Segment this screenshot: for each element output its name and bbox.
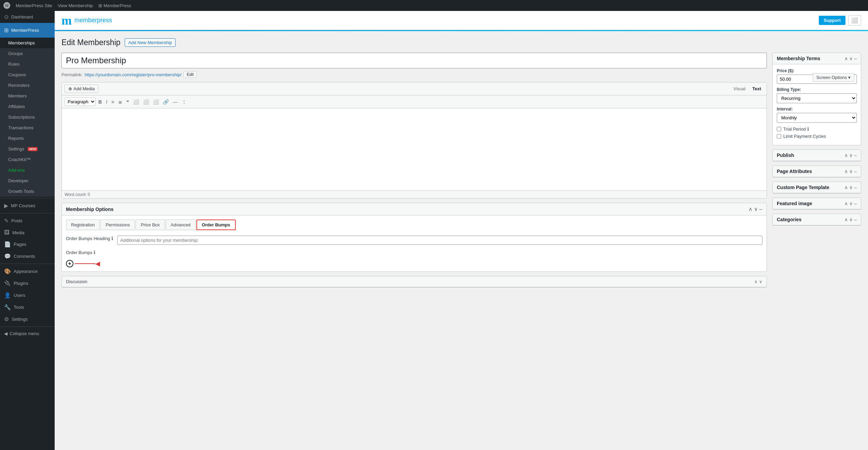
tab-permissions[interactable]: Permissions: [100, 220, 135, 230]
membership-terms-header[interactable]: Membership Terms ∧ ∨ –: [773, 53, 861, 64]
sidebar-item-groups[interactable]: Groups: [0, 48, 55, 59]
sidebar-item-appearance[interactable]: 🎨 Appearance: [0, 265, 55, 277]
sidebar-item-members[interactable]: Members: [0, 91, 55, 101]
sidebar-item-comments[interactable]: 💬 Comments: [0, 250, 55, 262]
tab-orderbumps[interactable]: Order Bumps: [196, 220, 236, 230]
categories-header[interactable]: Categories ∧ ∨ –: [773, 214, 861, 225]
sidebar-item-transactions[interactable]: Transactions: [0, 122, 55, 133]
heading-info-icon[interactable]: ℹ: [111, 236, 113, 241]
layout-icon-button[interactable]: ⬜: [848, 15, 861, 26]
trial-period-label[interactable]: Trial Period ℹ: [783, 126, 809, 132]
paragraph-select[interactable]: Paragraph: [65, 97, 96, 106]
tab-advanced[interactable]: Advanced: [166, 220, 196, 230]
limit-payment-cycles-checkbox[interactable]: [777, 134, 781, 138]
more-button[interactable]: ⋮: [180, 98, 188, 106]
interval-select[interactable]: Monthly Weekly Yearly Daily: [777, 113, 857, 123]
sidebar-item-subscriptions[interactable]: Subscriptions: [0, 112, 55, 122]
sidebar-item-posts[interactable]: ✎ Posts: [0, 215, 55, 227]
categories-minimize[interactable]: –: [854, 217, 857, 222]
text-tab[interactable]: Text: [749, 85, 764, 92]
terms-expand-down[interactable]: ∨: [849, 56, 853, 61]
sidebar-item-coachkit[interactable]: CoachKit™: [0, 154, 55, 165]
custom-template-expand-down[interactable]: ∨: [849, 185, 853, 190]
bold-button[interactable]: B: [97, 98, 103, 106]
sidebar-item-reports[interactable]: Reports: [0, 133, 55, 144]
sidebar-item-wp-settings[interactable]: ⚙ Settings: [0, 313, 55, 325]
align-center-button[interactable]: ⬜: [142, 98, 150, 106]
featured-image-header[interactable]: Featured image ∧ ∨ –: [773, 198, 861, 209]
membership-options-header[interactable]: Membership Options ∧ ∨ –: [62, 203, 767, 215]
collapse-menu-button[interactable]: ◀ Collapse menu: [0, 328, 55, 339]
featured-img-expand-up[interactable]: ∧: [844, 201, 848, 206]
billing-type-select[interactable]: Recurring One-Time Payment Free: [777, 93, 857, 103]
minimize-icon[interactable]: –: [759, 206, 762, 212]
blockquote-button[interactable]: ❝: [125, 98, 130, 106]
limit-payment-cycles-label[interactable]: Limit Payment Cycles: [783, 134, 826, 139]
sidebar-item-dashboard[interactable]: ⊙ Dashboard: [0, 11, 55, 23]
publish-expand-down[interactable]: ∨: [849, 153, 853, 158]
add-media-button[interactable]: ⊕ Add Media: [65, 84, 98, 93]
admin-bar-view-membership[interactable]: View Membership: [58, 3, 93, 8]
link-button[interactable]: 🔗: [162, 98, 170, 106]
trial-period-info-icon[interactable]: ℹ: [807, 126, 809, 132]
sidebar-item-memberships[interactable]: Memberships: [0, 38, 55, 48]
featured-img-minimize[interactable]: –: [854, 201, 857, 206]
bumps-info-icon[interactable]: ℹ: [94, 250, 95, 255]
page-attr-expand-up[interactable]: ∧: [844, 169, 848, 174]
terms-minimize[interactable]: –: [854, 56, 857, 61]
sidebar-memberpress-header[interactable]: ⊞ MemberPress: [0, 24, 55, 36]
editor-content-area[interactable]: [62, 108, 767, 190]
support-button[interactable]: Support: [819, 16, 845, 25]
sidebar-item-affiliates[interactable]: Affiliates: [0, 101, 55, 112]
wp-logo[interactable]: W: [3, 2, 10, 9]
expand-down-icon[interactable]: ∨: [754, 206, 758, 212]
page-attr-minimize[interactable]: –: [854, 169, 857, 174]
discussion-expand-down[interactable]: ∨: [759, 279, 762, 284]
screen-options-button[interactable]: Screen Options ▾: [813, 73, 854, 82]
sidebar-item-coupons[interactable]: Coupons: [0, 69, 55, 80]
sidebar-item-users[interactable]: 👤 Users: [0, 289, 55, 301]
sidebar-item-media[interactable]: 🖼 Media: [0, 227, 55, 238]
sidebar-item-plugins[interactable]: 🔌 Plugins: [0, 277, 55, 289]
trial-period-checkbox[interactable]: [777, 127, 781, 131]
post-title-input[interactable]: [61, 53, 767, 68]
sidebar-item-reminders[interactable]: Reminders: [0, 80, 55, 91]
order-bumps-heading-input[interactable]: [117, 236, 762, 245]
sidebar-item-pages[interactable]: 📄 Pages: [0, 238, 55, 250]
publish-minimize[interactable]: –: [854, 153, 857, 158]
sidebar-item-developer[interactable]: Developer: [0, 175, 55, 186]
custom-template-minimize[interactable]: –: [854, 185, 857, 190]
page-attr-expand-down[interactable]: ∨: [849, 169, 853, 174]
add-new-membership-button[interactable]: Add New Membership: [125, 38, 176, 47]
featured-img-expand-down[interactable]: ∨: [849, 201, 853, 206]
sidebar-item-addons[interactable]: Add-ons: [0, 165, 55, 175]
categories-expand-up[interactable]: ∧: [844, 217, 848, 222]
sidebar-item-growthtools[interactable]: Growth Tools: [0, 186, 55, 197]
sidebar-item-mpcourses[interactable]: ▶ MP Courses: [0, 200, 55, 212]
sidebar-item-settings[interactable]: Settings NEW: [0, 144, 55, 154]
discussion-header[interactable]: Discussion ∧ ∨: [62, 276, 767, 287]
edit-permalink-button[interactable]: Edit: [183, 71, 197, 78]
align-left-button[interactable]: ⬜: [132, 98, 140, 106]
align-right-button[interactable]: ⬜: [152, 98, 160, 106]
publish-expand-up[interactable]: ∧: [844, 153, 848, 158]
unordered-list-button[interactable]: ≡: [110, 98, 115, 106]
expand-up-icon[interactable]: ∧: [748, 206, 753, 212]
italic-button[interactable]: I: [105, 98, 109, 106]
custom-page-template-header[interactable]: Custom Page Template ∧ ∨ –: [773, 182, 861, 193]
tab-registration[interactable]: Registration: [66, 220, 100, 230]
admin-bar-mp[interactable]: ⊞ MemberPress: [98, 3, 131, 8]
sidebar-item-rules[interactable]: Rules: [0, 59, 55, 69]
discussion-expand-up[interactable]: ∧: [754, 279, 758, 284]
permalink-url[interactable]: https://yourdomain.com/register/pro-memb…: [84, 72, 181, 77]
tab-pricebox[interactable]: Price Box: [136, 220, 165, 230]
ordered-list-button[interactable]: ≣: [117, 98, 124, 106]
page-attributes-header[interactable]: Page Attributes ∧ ∨ –: [773, 166, 861, 177]
horizontal-rule-button[interactable]: —: [171, 98, 179, 106]
visual-tab[interactable]: Visual: [731, 85, 748, 92]
add-bump-button[interactable]: +: [66, 260, 73, 267]
terms-expand-up[interactable]: ∧: [844, 56, 848, 61]
sidebar-item-tools[interactable]: 🔧 Tools: [0, 301, 55, 313]
publish-header[interactable]: Publish ∧ ∨ –: [773, 150, 861, 161]
custom-template-expand-up[interactable]: ∧: [844, 185, 848, 190]
